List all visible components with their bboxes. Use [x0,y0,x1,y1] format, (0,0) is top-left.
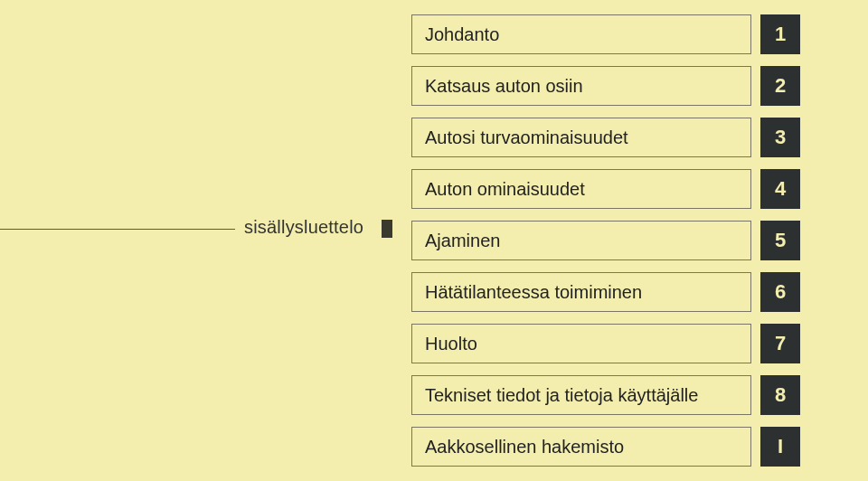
toc-row[interactable]: Auton ominaisuudet 4 [411,169,800,209]
toc-row[interactable]: Hätätilanteessa toimiminen 6 [411,272,800,312]
toc-label: Katsaus auton osiin [411,66,751,106]
sidebar-label: sisällysluettelo [244,217,363,238]
toc-num: 6 [760,272,800,312]
toc-label: Hätätilanteessa toimiminen [411,272,751,312]
toc-label: Johdanto [411,14,751,54]
sidebar-marker [382,220,392,238]
toc-num: 8 [760,375,800,415]
toc-num: 4 [760,169,800,209]
toc-num: 5 [760,221,800,260]
toc-row[interactable]: Autosi turvaominaisuudet 3 [411,118,800,157]
toc-row[interactable]: Tekniset tiedot ja tietoja käyttäjälle 8 [411,375,800,415]
toc-num: 2 [760,66,800,106]
toc-num: 7 [760,324,800,363]
toc-label: Tekniset tiedot ja tietoja käyttäjälle [411,375,751,415]
toc-num: 3 [760,118,800,157]
toc-row[interactable]: Johdanto 1 [411,14,800,54]
toc-label: Auton ominaisuudet [411,169,751,209]
toc-row[interactable]: Katsaus auton osiin 2 [411,66,800,106]
toc-label: Huolto [411,324,751,363]
sidebar-rule [0,229,235,230]
toc-label: Autosi turvaominaisuudet [411,118,751,157]
toc-num: I [760,427,800,467]
toc-row[interactable]: Ajaminen 5 [411,221,800,260]
toc-num: 1 [760,14,800,54]
table-of-contents: Johdanto 1 Katsaus auton osiin 2 Autosi … [411,14,800,478]
toc-row[interactable]: Huolto 7 [411,324,800,363]
toc-row[interactable]: Aakkosellinen hakemisto I [411,427,800,467]
toc-label: Ajaminen [411,221,751,260]
toc-label: Aakkosellinen hakemisto [411,427,751,467]
